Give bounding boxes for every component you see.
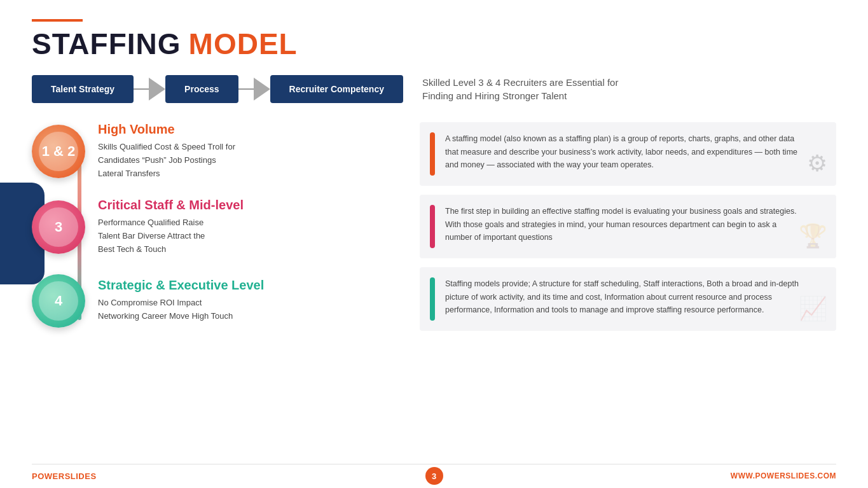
main-content: 1 & 2 High Volume Skills Qualified Cost … (32, 122, 836, 345)
level-item-2: 3 Critical Staff & Mid-level Performance… (32, 198, 401, 256)
level-desc-1: Skills Qualified Cost & Speed Troll forC… (98, 141, 235, 180)
badge-label-2: 3 (55, 219, 62, 235)
info-card-3: Staffing models provide; A structure for… (420, 267, 836, 331)
circle-badge-3: 4 (32, 274, 85, 328)
title-row: STAFFING MODEL (32, 27, 836, 61)
card-bar-2 (430, 205, 435, 248)
process-bar: Talent Strategy Process Recruiter Compet… (32, 75, 836, 103)
inner-ring-3: 4 (39, 281, 78, 321)
arrow-head-1 (149, 78, 165, 101)
card-text-2: The first step in building an effective … (445, 205, 804, 248)
card-text-3: Staffing models provide; A structure for… (445, 277, 804, 321)
footer-brand-bold: POWER (32, 471, 65, 481)
header-accent (32, 19, 83, 22)
level-item-3: 4 Strategic & Executive Level No Comprom… (32, 274, 401, 328)
card-text-1: A staffing model (also known as a staffi… (445, 132, 804, 176)
title-model: MODEL (189, 27, 298, 61)
info-card-2: The first step in building an effective … (420, 195, 836, 258)
process-arrow-2 (238, 78, 270, 101)
level-title-3: Strategic & Executive Level (98, 278, 264, 293)
slide-container: STAFFING MODEL Talent Strategy Process R… (0, 0, 868, 488)
process-arrow-1 (134, 78, 165, 101)
level-item-1: 1 & 2 High Volume Skills Qualified Cost … (32, 122, 401, 180)
circle-badge-1: 1 & 2 (32, 125, 85, 178)
trophy-icon: 🏆 (799, 223, 827, 249)
footer-brand-rest: SLIDES (65, 471, 97, 481)
inner-ring-1: 1 & 2 (39, 132, 78, 171)
level-title-1: High Volume (98, 122, 235, 137)
card-bar-3 (430, 277, 435, 321)
title-staffing: STAFFING (32, 27, 181, 61)
arrow-head-2 (254, 78, 270, 101)
footer-page-number: 3 (425, 467, 443, 485)
badge-label-1: 1 & 2 (42, 143, 76, 160)
inner-ring-2: 3 (39, 207, 78, 247)
info-card-1: A staffing model (also known as a staffi… (420, 122, 836, 186)
level-desc-2: Performance Qualified RaiseTalent Bar Di… (98, 216, 244, 256)
process-btn-recruiter[interactable]: Recruiter Competency (270, 75, 403, 103)
footer: POWERSLIDES 3 WWW.POWERSLIDES.COM (0, 464, 868, 488)
level-title-2: Critical Staff & Mid-level (98, 198, 244, 213)
footer-brand: POWERSLIDES (32, 471, 97, 481)
gear-icon: ⚙ (807, 150, 827, 177)
badge-label-3: 4 (55, 293, 62, 309)
footer-website: WWW.POWERSLIDES.COM (731, 471, 836, 480)
process-description: Skilled Level 3 & 4 Recruiters are Essen… (422, 76, 638, 102)
circle-badge-2: 3 (32, 200, 85, 254)
level-text-1: High Volume Skills Qualified Cost & Spee… (98, 122, 235, 180)
left-column: 1 & 2 High Volume Skills Qualified Cost … (32, 122, 401, 345)
right-column: A staffing model (also known as a staffi… (420, 122, 836, 345)
level-text-2: Critical Staff & Mid-level Performance Q… (98, 198, 244, 256)
chart-icon: 📈 (799, 295, 827, 322)
process-btn-process[interactable]: Process (165, 75, 238, 103)
level-text-3: Strategic & Executive Level No Compromis… (98, 278, 264, 323)
process-btn-talent[interactable]: Talent Strategy (32, 75, 134, 103)
card-bar-1 (430, 132, 435, 176)
level-desc-3: No Compromise ROI ImpactNetworking Caree… (98, 296, 264, 323)
footer-line (32, 464, 836, 464)
